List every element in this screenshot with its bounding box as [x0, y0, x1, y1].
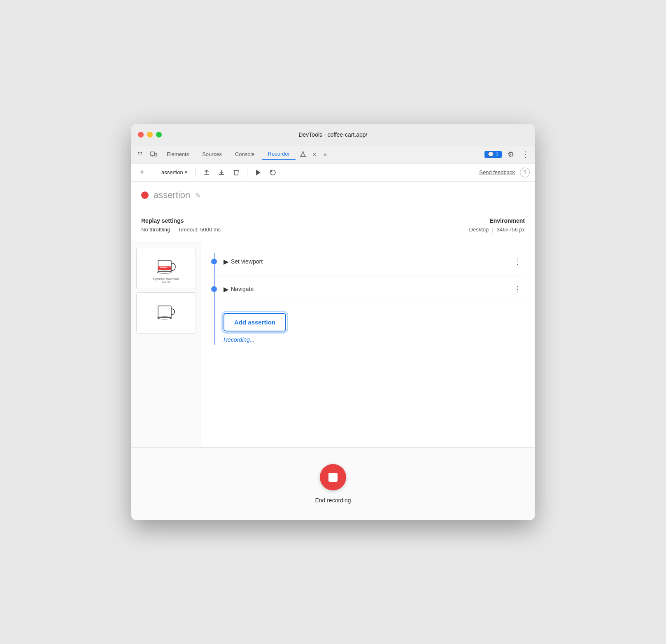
chat-badge[interactable]: 💬 1 — [484, 151, 502, 158]
svg-rect-3 — [140, 154, 140, 154]
toolbar-divider-3 — [247, 168, 247, 177]
steps-area: Espresso Macchiato $12.00 — [131, 241, 535, 447]
svg-rect-5 — [141, 154, 142, 154]
recording-name-label: assertion — [161, 169, 183, 175]
tab-sources[interactable]: Sources — [196, 149, 228, 160]
environment-panel: Environment Desktop | 346×756 px — [333, 217, 525, 233]
device-toggle-icon[interactable] — [148, 149, 159, 160]
steps-panel: ▶ Set viewport ⋮ ▶ Navigate ⋮ Add assert… — [201, 241, 535, 447]
replay-icon[interactable] — [267, 167, 279, 178]
end-recording-button[interactable] — [320, 464, 346, 490]
step-dot-2 — [211, 286, 217, 292]
resolution-value[interactable]: 346×756 px — [497, 226, 525, 233]
toolbar-divider-2 — [196, 168, 196, 177]
recording-status-text: Recording... — [224, 336, 254, 343]
recording-header: assertion ✎ — [131, 182, 535, 209]
svg-rect-7 — [155, 153, 157, 156]
replay-settings-panel: Replay settings No throttling | Timeout:… — [141, 217, 333, 233]
tab-right-controls: 💬 1 ⚙ ⋮ — [484, 149, 531, 160]
cursor-icon[interactable] — [135, 149, 146, 160]
thumb-label-1: Espresso Macchiato — [153, 278, 179, 280]
step-expand-arrow-2[interactable]: ▶ — [224, 285, 228, 293]
svg-rect-2 — [138, 154, 139, 154]
play-icon[interactable] — [252, 167, 264, 178]
step-expand-arrow-1[interactable]: ▶ — [224, 258, 228, 266]
thumb-price-1: $12.00 — [162, 280, 170, 283]
coffee-image-1: Espresso Macchiato $12.00 — [137, 251, 196, 287]
step-label-1[interactable]: Set viewport — [231, 258, 510, 265]
more-tabs-icon[interactable]: » — [320, 149, 330, 159]
environment-title: Environment — [333, 217, 525, 224]
thumbnail-panel: Espresso Macchiato $12.00 — [131, 241, 201, 447]
stop-icon — [328, 473, 338, 482]
throttle-value[interactable]: No throttling — [141, 226, 170, 233]
coffee-image-2 — [137, 301, 196, 326]
close-button[interactable] — [138, 132, 144, 138]
environment-detail: Desktop | 346×756 px — [333, 226, 525, 233]
edit-title-icon[interactable]: ✎ — [195, 191, 200, 199]
step-menu-1[interactable]: ⋮ — [510, 255, 525, 268]
svg-rect-13 — [158, 260, 171, 272]
help-button[interactable]: ? — [520, 168, 530, 177]
tab-recorder[interactable]: Recorder — [262, 148, 296, 160]
chat-icon: 💬 — [488, 152, 494, 157]
badge-count: 1 — [496, 152, 498, 157]
replay-settings-title: Replay settings — [141, 217, 333, 224]
window-title: DevTools - coffee-cart.app/ — [298, 131, 367, 138]
bottom-section: End recording — [131, 447, 535, 520]
thumbnail-1: Espresso Macchiato $12.00 — [136, 248, 196, 289]
recorder-toolbar: + assertion ▾ — [131, 163, 535, 182]
toolbar-divider-1 — [153, 168, 153, 177]
maximize-button[interactable] — [156, 132, 162, 138]
beaker-icon — [297, 149, 309, 160]
minimize-button[interactable] — [147, 132, 153, 138]
svg-rect-6 — [150, 152, 154, 155]
settings-separator: | — [173, 226, 175, 233]
recording-title: assertion — [154, 190, 190, 201]
settings-section: Replay settings No throttling | Timeout:… — [131, 209, 535, 241]
device-value[interactable]: Desktop — [469, 226, 489, 233]
svg-marker-12 — [256, 170, 261, 175]
settings-icon[interactable]: ⚙ — [505, 149, 517, 160]
thumbnail-2 — [136, 292, 196, 334]
recording-indicator-dot — [141, 191, 149, 199]
svg-rect-11 — [219, 174, 224, 175]
main-content: assertion ✎ Replay settings No throttlin… — [131, 182, 535, 520]
tab-bar: Elements Sources Console Recorder × » 💬 … — [131, 145, 535, 163]
step-menu-2[interactable]: ⋮ — [510, 283, 525, 295]
svg-rect-15 — [160, 267, 167, 268]
toolbar-right: Send feedback ? — [479, 168, 530, 177]
add-assertion-button[interactable]: Add assertion — [224, 313, 286, 331]
svg-rect-0 — [138, 152, 139, 153]
env-separator: | — [492, 226, 493, 233]
timeline: ▶ Set viewport ⋮ ▶ Navigate ⋮ Add assert… — [211, 248, 525, 350]
svg-rect-10 — [204, 174, 209, 175]
send-feedback-link[interactable]: Send feedback — [479, 169, 515, 175]
step-row-navigate: ▶ Navigate ⋮ — [211, 275, 525, 303]
timeout-value[interactable]: Timeout: 5000 ms — [178, 226, 221, 233]
delete-icon[interactable] — [231, 167, 242, 178]
svg-rect-4 — [141, 152, 142, 153]
add-recording-icon[interactable]: + — [136, 167, 148, 178]
tab-close-icon[interactable]: × — [310, 150, 319, 159]
devtools-window: DevTools - coffee-cart.app/ Elements Sou… — [131, 124, 535, 520]
svg-rect-1 — [140, 152, 140, 153]
step-dot-1 — [211, 259, 217, 264]
step-label-2[interactable]: Navigate — [231, 286, 510, 292]
step-row-set-viewport: ▶ Set viewport ⋮ — [211, 248, 525, 275]
download-icon[interactable] — [216, 167, 227, 178]
traffic-lights — [138, 132, 162, 138]
dropdown-arrow-icon: ▾ — [185, 170, 187, 175]
end-recording-label: End recording — [315, 497, 351, 504]
title-bar: DevTools - coffee-cart.app/ — [131, 124, 535, 145]
tab-console[interactable]: Console — [229, 149, 261, 160]
export-icon[interactable] — [201, 167, 212, 178]
tab-elements[interactable]: Elements — [161, 149, 195, 160]
more-options-icon[interactable]: ⋮ — [520, 149, 531, 160]
replay-settings-detail: No throttling | Timeout: 5000 ms — [141, 226, 333, 233]
svg-rect-17 — [158, 306, 171, 317]
recording-selector[interactable]: assertion ▾ — [158, 168, 191, 177]
add-assertion-section: Add assertion Recording... — [211, 303, 525, 350]
